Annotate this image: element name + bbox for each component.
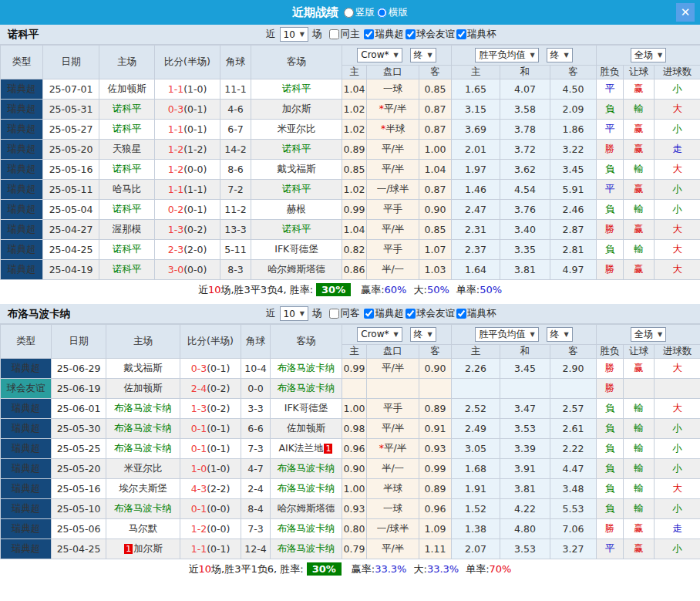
asia-home-odds-cell: 0.99 [342,359,367,379]
half-score: (0-0) [207,523,230,535]
col-type: 类型 [1,46,43,79]
half-score: (0-1) [183,123,207,135]
date-cell: 25-04-27 [43,220,99,240]
league-filter-cup[interactable]: 瑞典杯 [456,28,496,41]
handicap-cell: 平/半 [367,359,419,379]
league-type-cell: 瑞典超 [1,240,43,260]
europe-home-odds-cell: 3.05 [452,439,500,459]
result-wdl-cell: 負 [597,160,624,180]
corner-cell: 8-3 [220,260,251,280]
full-score: 1-2 [191,523,207,535]
cup-checkbox[interactable] [456,29,466,39]
cup-checkbox[interactable] [456,309,466,319]
half-score: (0-1) [207,543,230,555]
home-team-name: 布洛马波卡纳 [114,502,172,514]
final-odds-select-asia[interactable]: 终▼ [410,48,436,62]
full-match-select[interactable]: 全场▼ [631,327,666,342]
close-button[interactable]: ✕ [676,3,695,22]
league-filter-allsvenskan[interactable]: 瑞典超 [364,307,404,320]
final-odds-select-asia[interactable]: 终▼ [410,327,436,342]
allsvenskan-checkbox[interactable] [364,309,374,319]
final-odds-select-europe[interactable]: 终▼ [547,327,573,342]
away-team-cell: 佐加顿斯 [271,419,342,439]
europe-draw-odds-cell: 3.78 [500,120,550,140]
col-away: 客场 [271,325,342,359]
same-venue-option[interactable]: 同客 [329,307,359,320]
league-type-cell: 瑞典超 [1,519,52,539]
allsvenskan-checkbox[interactable] [364,29,374,39]
date-cell: 25-05-16 [43,160,99,180]
asia-home-odds-cell: 0.86 [342,260,367,280]
wdl-average-select[interactable]: 胜平负均值▼ [475,48,538,62]
friendly-checkbox[interactable] [406,29,416,39]
home-team-cell: 诺科平 [99,120,155,140]
same-venue-option[interactable]: 同主 [329,28,359,41]
league-filter-friendly[interactable]: 球会友谊 [406,307,455,320]
league-filter-allsvenskan[interactable]: 瑞典超 [364,28,404,41]
date-cell: 25-05-11 [43,180,99,200]
full-score: 3-0 [168,264,183,275]
asia-away-odds-cell: 1.04 [419,160,452,180]
friendly-checkbox[interactable] [406,309,416,319]
horizontal-radio[interactable] [377,8,387,18]
section-header-home-team: 诺科平 近 10▼ 场 同主 瑞典超 球会友谊 瑞典杯 [0,25,700,45]
league-type-cell: 瑞典超 [1,439,52,459]
stat-win-odds: 赢率:60% [361,283,406,297]
league-filter-friendly[interactable]: 球会友谊 [406,28,455,41]
same-venue-checkbox[interactable] [329,29,339,39]
handicap-cell: 半/一 [367,459,419,479]
final-odds-select-europe[interactable]: 终▼ [547,48,573,62]
half-score: (0-1) [207,443,230,454]
result-handicap-cell [624,379,655,399]
away-team-cell: 加尔斯 [251,100,342,120]
home-team-name: 诺科平 [113,103,142,114]
horizontal-layout-option[interactable]: 横版 [377,6,408,19]
matches-table-away: 类型 日期 主场 比分(半场) 角球 客场 Crow*▼ 终▼ 胜平负均值▼ 终… [0,324,700,559]
col-away: 客场 [251,46,342,79]
league-filter-cup[interactable]: 瑞典杯 [456,307,496,320]
result-handicap-cell: 輸 [624,439,655,459]
europe-home-odds-cell: 1.68 [452,459,500,479]
vertical-layout-option[interactable]: 竖版 [344,6,375,19]
recent-count-select[interactable]: 10▼ [280,27,308,42]
match-row: 瑞典超25-05-04诺科平0-2(0-1)11-2赫根0.99平手0.902.… [1,200,700,220]
stat-single: 单率:70% [466,562,511,576]
away-team-name: 赫根 [287,203,306,214]
full-score: 0-3 [191,363,207,374]
handicap-name: 平手 [383,243,402,255]
corner-cell: 8-6 [220,160,251,180]
away-team-name: AIK法兰地 [279,442,324,454]
recent-count-select[interactable]: 10▼ [280,306,308,321]
home-team-name: 马尔默 [129,522,158,534]
result-handicap-cell: 赢 [624,220,655,240]
europe-home-odds-cell: 2.37 [452,240,500,260]
away-team-name: 布洛马波卡纳 [278,482,335,494]
home-team-cell: 哈马比 [99,180,155,200]
match-row: 球会友谊25-06-19佐加顿斯2-4(0-2)0-0布洛马波卡纳勝 [1,379,700,399]
europe-odds-group: 胜平负均值▼ 终▼ [452,46,597,66]
handicap-name: 一/球半 [377,522,409,534]
home-team-cell: 戴戈福斯 [106,359,180,379]
bookmaker-select[interactable]: Crow*▼ [357,327,402,342]
chevron-down-icon: ▼ [300,310,305,317]
fullmatch-group: 全场▼ [597,46,700,66]
vertical-radio[interactable] [344,8,354,18]
full-match-select[interactable]: 全场▼ [631,48,666,62]
asia-away-odds-cell: 0.91 [419,419,452,439]
subcol-handicap: 盘口 [367,345,419,359]
col-corner: 角球 [241,325,271,359]
filters-home: 近 10▼ 场 同主 瑞典超 球会友谊 瑞典杯 [266,27,496,42]
asia-home-odds-cell: 0.98 [342,419,367,439]
subcol-eu-away: 客 [550,66,597,79]
handicap-cell: *平/半 [367,439,419,459]
bookmaker-select[interactable]: Crow*▼ [357,48,402,62]
asia-away-odds-cell: 0.93 [419,439,452,459]
wdl-average-select[interactable]: 胜平负均值▼ [475,327,538,342]
full-score: 2-4 [191,383,207,394]
asia-away-odds-cell: 0.85 [419,79,452,100]
away-team-cell: 诺科平 [251,180,342,200]
same-venue-checkbox[interactable] [329,309,339,319]
handicap-cell: 平/半 [367,419,419,439]
score-cell: 1-3(0-2) [180,399,241,419]
europe-home-odds-cell: 3.69 [452,120,500,140]
